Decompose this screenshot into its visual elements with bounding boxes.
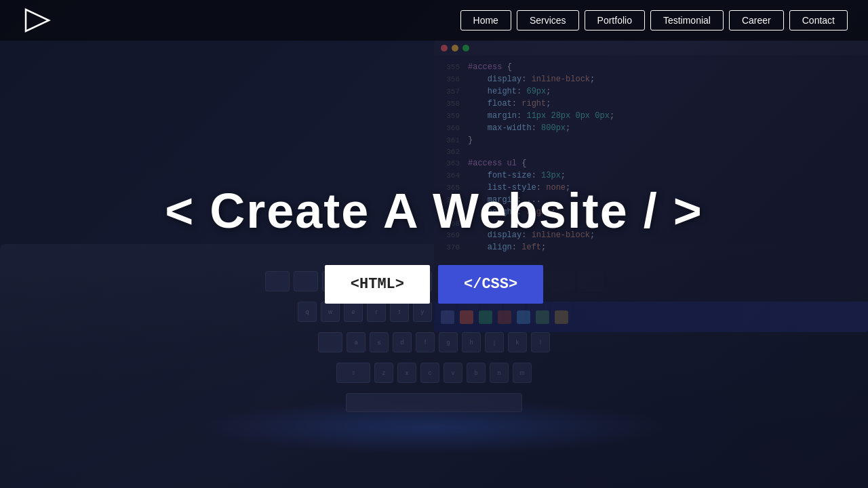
nav-services[interactable]: Services <box>517 10 579 30</box>
nav-contact[interactable]: Contact <box>789 10 848 30</box>
hero-section: q w e r t y u i o p [ ] a s d f g h j k … <box>0 0 868 488</box>
logo <box>20 8 54 33</box>
nav-portfolio[interactable]: Portfolio <box>585 10 645 30</box>
nav-links: Home Services Portfolio Testimonial Care… <box>460 10 848 30</box>
hero-title: < Create A Website / > <box>129 184 739 238</box>
hero-buttons: <HTML> </CSS> <box>129 265 739 304</box>
svg-marker-0 <box>26 9 49 31</box>
html-button[interactable]: <HTML> <box>325 265 430 304</box>
navbar: Home Services Portfolio Testimonial Care… <box>0 0 868 41</box>
css-button[interactable]: </CSS> <box>438 265 543 304</box>
nav-home[interactable]: Home <box>460 10 511 30</box>
nav-career[interactable]: Career <box>729 10 784 30</box>
hero-content: < Create A Website / > <HTML> </CSS> <box>129 184 739 304</box>
nav-testimonial[interactable]: Testimonial <box>650 10 724 30</box>
logo-icon <box>20 8 54 33</box>
